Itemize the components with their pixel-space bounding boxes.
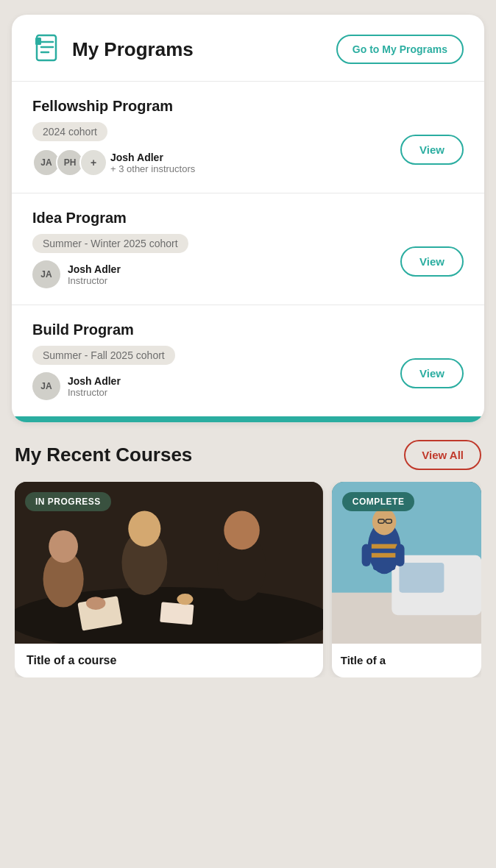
course-card-inprogress[interactable]: IN PROGRESS Title of a course: [15, 482, 323, 677]
avatar-plus: +: [79, 149, 107, 177]
card-bottom-accent: [12, 416, 484, 422]
instructor-sub-idea: Instructor: [68, 275, 121, 286]
course-card-body-inprogress: Title of a course: [15, 644, 323, 677]
instructor-name-fellowship: Josh Adler: [110, 152, 195, 163]
view-button-idea[interactable]: View: [400, 246, 464, 277]
svg-rect-23: [372, 544, 397, 549]
goto-programs-button[interactable]: Go to My Programs: [336, 35, 464, 64]
svg-rect-14: [160, 602, 194, 625]
status-badge-complete: COMPLETE: [342, 492, 415, 511]
programs-title: My Programs: [72, 38, 194, 61]
programs-card: My Programs Go to My Programs Fellowship…: [12, 15, 484, 422]
instructor-group-build: JA Josh Adler Instructor: [32, 372, 175, 400]
programs-title-group: My Programs: [32, 32, 194, 66]
avatar-ja-build: JA: [32, 372, 60, 400]
program-name-idea: Idea Program: [32, 210, 464, 227]
svg-point-16: [177, 594, 193, 605]
instructor-info-idea: Josh Adler Instructor: [68, 263, 121, 286]
course-image-inprogress: IN PROGRESS: [15, 482, 323, 644]
recent-courses-header: My Recent Courses View All: [15, 440, 481, 470]
courses-row: IN PROGRESS Title of a course: [15, 482, 481, 677]
instructor-group-fellowship: JA PH + Josh Adler + 3 other instructors: [32, 149, 195, 177]
program-left-build: Summer - Fall 2025 cohort JA Josh Adler …: [32, 346, 175, 400]
course-image-complete: COMPLETE: [332, 482, 481, 644]
course-card-title-complete: Title of a: [341, 654, 386, 666]
svg-rect-24: [372, 553, 397, 558]
status-badge-inprogress: IN PROGRESS: [25, 492, 111, 511]
cohort-badge-build: Summer - Fall 2025 cohort: [32, 346, 175, 365]
svg-rect-29: [395, 544, 404, 566]
view-button-fellowship[interactable]: View: [400, 135, 464, 165]
svg-point-8: [49, 530, 78, 563]
svg-rect-20: [399, 563, 444, 593]
program-left-idea: Summer - Winter 2025 cohort JA Josh Adle…: [32, 234, 188, 288]
svg-point-15: [86, 597, 105, 610]
programs-header: My Programs Go to My Programs: [12, 15, 484, 81]
program-left-fellowship: 2024 cohort JA PH + Josh Adler + 3 other…: [32, 122, 195, 177]
program-item-idea: Idea Program Summer - Winter 2025 cohort…: [12, 193, 484, 305]
instructor-name-idea: Josh Adler: [68, 263, 121, 275]
program-name-build: Build Program: [32, 321, 464, 338]
instructor-info-fellowship: Josh Adler + 3 other instructors: [110, 152, 195, 174]
instructor-name-build: Josh Adler: [68, 375, 121, 387]
course-card-title-inprogress: Title of a course: [26, 654, 116, 666]
instructor-info-build: Josh Adler Instructor: [68, 375, 121, 398]
svg-point-10: [128, 511, 160, 546]
recent-courses-section: My Recent Courses View All: [12, 440, 484, 677]
avatar-stack-fellowship: JA PH +: [32, 149, 103, 177]
cohort-badge-fellowship: 2024 cohort: [32, 122, 107, 141]
page-wrapper: My Programs Go to My Programs Fellowship…: [0, 0, 496, 692]
course-card-body-complete: Title of a: [332, 644, 481, 677]
instructor-sub-build: Instructor: [68, 387, 121, 398]
program-row-build: Summer - Fall 2025 cohort JA Josh Adler …: [32, 346, 464, 400]
cohort-badge-idea: Summer - Winter 2025 cohort: [32, 234, 188, 253]
program-name-fellowship: Fellowship Program: [32, 98, 464, 115]
program-item-fellowship: Fellowship Program 2024 cohort JA PH + J…: [12, 81, 484, 193]
recent-courses-title: My Recent Courses: [15, 444, 192, 466]
program-item-build: Build Program Summer - Fall 2025 cohort …: [12, 305, 484, 416]
course-card-complete[interactable]: COMPLETE Title of a: [332, 482, 481, 677]
programs-icon: [32, 32, 63, 66]
view-button-build[interactable]: View: [400, 358, 464, 388]
instructor-group-idea: JA Josh Adler Instructor: [32, 260, 188, 288]
svg-rect-4: [35, 38, 41, 45]
program-row-fellowship: 2024 cohort JA PH + Josh Adler + 3 other…: [32, 122, 464, 177]
svg-point-12: [224, 511, 259, 549]
avatar-ja-idea: JA: [32, 260, 60, 288]
svg-rect-28: [361, 544, 370, 566]
program-row-idea: Summer - Winter 2025 cohort JA Josh Adle…: [32, 234, 464, 288]
instructor-sub-fellowship: + 3 other instructors: [110, 163, 195, 174]
view-all-button[interactable]: View All: [404, 440, 481, 470]
